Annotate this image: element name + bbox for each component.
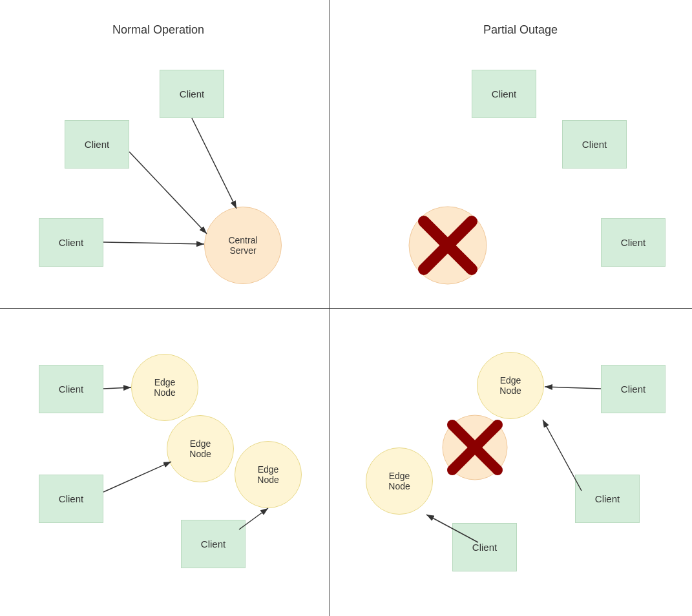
failure-x-top: [406, 203, 490, 287]
label-partial-outage: Partial Outage: [483, 23, 558, 37]
br-client-2: Client: [575, 475, 640, 523]
horizontal-divider: [0, 308, 692, 309]
tl-client-3: Client: [39, 218, 103, 267]
svg-line-8: [129, 152, 207, 234]
tr-client-2: Client: [562, 120, 627, 169]
br-client-1: Client: [601, 365, 666, 413]
diagram-container: Normal Operation Partial Outage Client C…: [0, 0, 692, 616]
bl-client-1: Client: [39, 365, 103, 413]
bl-edge-node-2: EdgeNode: [167, 415, 234, 482]
label-normal-operation: Normal Operation: [112, 23, 204, 37]
svg-line-9: [103, 242, 204, 244]
br-edge-node-2: EdgeNode: [366, 447, 433, 515]
svg-line-7: [192, 118, 236, 209]
central-server: CentralServer: [204, 207, 282, 284]
tr-client-3: Client: [601, 218, 666, 267]
tl-client-1: Client: [160, 70, 224, 118]
svg-line-13: [545, 387, 601, 389]
bl-edge-node-1: EdgeNode: [131, 354, 198, 421]
bl-client-3: Client: [181, 520, 246, 568]
failure-x-bottom: [439, 412, 510, 483]
br-client-3: Client: [452, 523, 517, 571]
br-edge-node-1: EdgeNode: [477, 352, 544, 419]
tr-client-1: Client: [472, 70, 536, 118]
bl-client-2: Client: [39, 475, 103, 523]
svg-line-11: [103, 462, 171, 492]
svg-line-10: [103, 387, 131, 389]
tl-client-2: Client: [65, 120, 129, 169]
bl-edge-node-3: EdgeNode: [235, 441, 302, 508]
